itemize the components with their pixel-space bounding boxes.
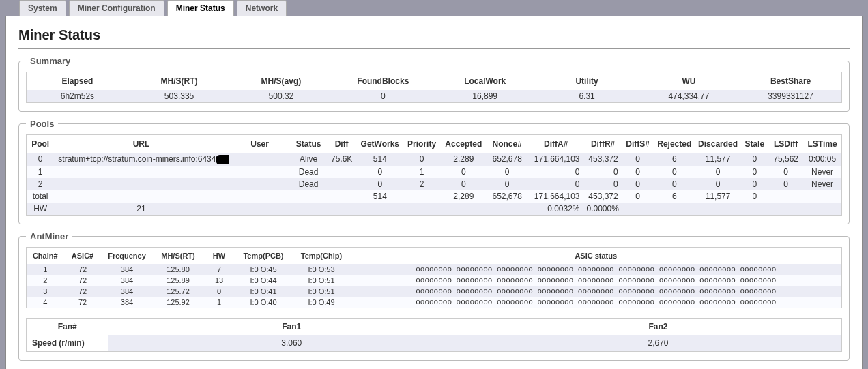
divider [18, 48, 850, 49]
pool-status: Dead [291, 166, 326, 178]
summary-header-utility: Utility [536, 72, 637, 91]
pool-diffa: 171,664,103 [528, 153, 584, 166]
pool-url [54, 166, 228, 178]
frequency: 384 [102, 286, 153, 297]
pool-total-row: total5142,289652,678171,664,103453,37206… [27, 190, 842, 203]
pools-header-lstime: LSTime [803, 135, 841, 153]
pool-stale: 0 [740, 166, 768, 178]
pools-table: Pool URL User Status Diff GetWorks Prior… [26, 134, 842, 216]
antminer-legend: AntMiner [26, 231, 72, 241]
antminer-row: 472384125.921I:0 O:40I:0 O:49oooooooo oo… [27, 297, 842, 308]
pool-diffr: 0 [584, 178, 622, 190]
temp-pcb: I:0 O:41 [235, 286, 293, 297]
asic-count: 72 [64, 264, 102, 275]
summary-elapsed: 6h2m52s [27, 90, 128, 103]
summary-header-bestshare: BestShare [740, 72, 841, 91]
hw-pct-b: 0.0000% [584, 203, 622, 216]
fans-header-fanno: Fan# [27, 318, 108, 335]
pool-getworks: 514 [358, 153, 403, 166]
pool-accepted: 0 [441, 178, 486, 190]
summary-wu: 474,334.77 [638, 90, 740, 103]
pool-user [229, 178, 291, 190]
chain-no: 3 [27, 286, 64, 297]
summary-header-found: FoundBlocks [332, 72, 434, 91]
chain-mhs: 125.80 [153, 264, 204, 275]
tab-system[interactable]: System [19, 0, 66, 16]
pool-diffr: 0 [584, 166, 622, 178]
antminer-header-chain: Chain# [27, 247, 64, 264]
asic-count: 72 [64, 297, 102, 308]
chain-hw: 7 [204, 264, 235, 275]
pools-header-diff: Diff [326, 135, 358, 153]
tab-miner-status[interactable]: Miner Status [167, 0, 234, 16]
pools-header-diffs: DiffS# [622, 135, 654, 153]
pools-header-discarded: Discarded [695, 135, 740, 153]
antminer-header-asicstatus: ASIC status [351, 247, 842, 264]
chain-mhs: 125.92 [153, 297, 204, 308]
asic-count: 72 [64, 286, 102, 297]
pools-header-pool: Pool [27, 135, 55, 153]
antminer-row: 372384125.720I:0 O:41I:0 O:51oooooooo oo… [27, 286, 842, 297]
pools-header-user: User [229, 135, 291, 153]
pool-lsdiff: 75,562 [768, 153, 803, 166]
temp-pcb: I:0 O:44 [235, 275, 293, 286]
chain-mhs: 125.72 [153, 286, 204, 297]
antminer-header-mhs: MH/S(RT) [153, 247, 204, 264]
summary-header-localwork: LocalWork [434, 72, 536, 91]
pool-priority: 0 [403, 153, 441, 166]
pool-lsdiff: 0 [768, 166, 803, 178]
pool-status: Dead [291, 178, 326, 190]
hw-label: HW [27, 203, 55, 216]
page-content: Miner Status Summary Elapsed MH/S(RT) MH… [5, 16, 863, 369]
pool-status: Alive [291, 153, 326, 166]
chain-no: 2 [27, 275, 64, 286]
pools-header-lsdiff: LSDiff [768, 135, 803, 153]
antminer-row: 172384125.807I:0 O:45I:0 O:53oooooooo oo… [27, 264, 842, 275]
pool-diff [326, 178, 358, 190]
pool-user [229, 153, 291, 166]
summary-table: Elapsed MH/S(RT) MH/S(avg) FoundBlocks L… [26, 72, 842, 103]
summary-header-elapsed: Elapsed [27, 72, 128, 91]
antminer-header-tchip: Temp(Chip) [293, 247, 351, 264]
pool-nonce: 652,678 [487, 153, 528, 166]
antminer-table: Chain# ASIC# Frequency MH/S(RT) HW Temp(… [26, 247, 842, 308]
pools-header-diffr: DiffR# [584, 135, 622, 153]
antminer-header-asic: ASIC# [64, 247, 102, 264]
pool-accepted: 2,289 [441, 153, 486, 166]
frequency: 384 [102, 264, 153, 275]
pool-nonce: 0 [487, 166, 528, 178]
pools-header-nonce: Nonce# [487, 135, 528, 153]
pool-diffs: 0 [622, 166, 654, 178]
tab-miner-config[interactable]: Miner Configuration [69, 0, 164, 16]
asic-status: oooooooo oooooooo oooooooo oooooooo oooo… [351, 297, 842, 308]
summary-bestshare: 3399331127 [740, 90, 841, 103]
pools-header-priority: Priority [403, 135, 441, 153]
asic-count: 72 [64, 275, 102, 286]
tab-network[interactable]: Network [237, 0, 287, 16]
pool-diffs: 0 [622, 153, 654, 166]
pool-lstime: 0:00:05 [803, 153, 841, 166]
pool-index: 0 [27, 153, 55, 166]
summary-section: Summary Elapsed MH/S(RT) MH/S(avg) Found… [18, 56, 850, 112]
page-title: Miner Status [18, 27, 850, 43]
pools-header-status: Status [291, 135, 326, 153]
pool-index: 2 [27, 178, 55, 190]
antminer-header-tpcb: Temp(PCB) [235, 247, 293, 264]
fan1-speed: 3,060 [108, 335, 476, 352]
antminer-header-freq: Frequency [102, 247, 153, 264]
temp-chip: I:0 O:49 [293, 297, 351, 308]
pools-header-getworks: GetWorks [358, 135, 403, 153]
temp-pcb: I:0 O:40 [235, 297, 293, 308]
total-label: total [27, 190, 55, 203]
frequency: 384 [102, 275, 153, 286]
antminer-header-hw: HW [204, 247, 235, 264]
hw-pct-a: 0.0032% [528, 203, 584, 216]
chain-hw: 13 [204, 275, 235, 286]
pool-stale: 0 [740, 178, 768, 190]
pool-lstime: Never [803, 166, 841, 178]
chain-mhs: 125.89 [153, 275, 204, 286]
pools-header-accepted: Accepted [441, 135, 486, 153]
fans-row: Speed (r/min) 3,060 2,670 [27, 335, 842, 352]
asic-status: oooooooo oooooooo oooooooo oooooooo oooo… [351, 275, 842, 286]
tab-bar: System Miner Configuration Miner Status … [0, 0, 868, 16]
